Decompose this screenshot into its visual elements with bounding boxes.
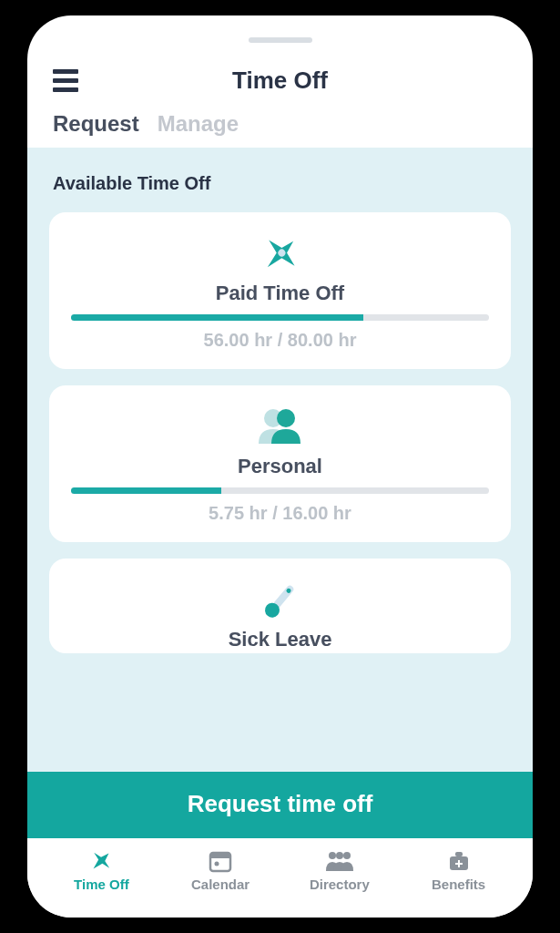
bottom-nav: Time Off Calendar: [27, 838, 533, 918]
nav-directory[interactable]: Directory: [299, 849, 381, 892]
svg-rect-15: [455, 863, 463, 865]
tab-manage[interactable]: Manage: [158, 111, 239, 137]
card-pto-bar-fill: [71, 314, 363, 321]
card-pto[interactable]: Paid Time Off 56.00 hr / 80.00 hr: [49, 212, 511, 369]
content-area: Available Time Off Paid Time Off 56.00 h…: [27, 148, 533, 772]
page-title: Time Off: [53, 67, 507, 95]
card-sick[interactable]: Sick Leave: [49, 559, 511, 653]
card-personal-title: Personal: [238, 455, 322, 478]
svg-point-10: [336, 852, 343, 859]
card-pto-title: Paid Time Off: [216, 282, 344, 305]
card-personal-bar-fill: [71, 487, 221, 494]
nav-directory-label: Directory: [310, 877, 370, 892]
nav-calendar-label: Calendar: [191, 877, 249, 892]
card-personal[interactable]: Personal 5.75 hr / 16.00 hr: [49, 385, 511, 542]
thermometer-icon: [260, 579, 300, 622]
nav-benefits-label: Benefits: [432, 877, 485, 892]
card-sick-title: Sick Leave: [229, 628, 332, 651]
card-personal-hours: 5.75 hr / 16.00 hr: [209, 503, 351, 524]
briefcase-plus-icon: [447, 849, 471, 873]
airplane-icon: [257, 232, 304, 276]
request-time-off-button[interactable]: Request time off: [27, 772, 533, 838]
card-personal-bar: [71, 487, 489, 494]
nav-timeoff[interactable]: Time Off: [60, 849, 142, 892]
section-title: Available Time Off: [53, 173, 511, 194]
people-group-icon: [324, 849, 355, 873]
svg-point-2: [277, 409, 295, 427]
svg-point-8: [215, 862, 219, 866]
calendar-icon: [209, 849, 232, 873]
svg-point-9: [329, 852, 336, 859]
nav-benefits[interactable]: Benefits: [418, 849, 500, 892]
svg-rect-7: [210, 853, 230, 858]
card-pto-bar: [71, 314, 489, 321]
top-tabs: Request Manage: [27, 95, 533, 148]
nav-timeoff-label: Time Off: [74, 877, 129, 892]
card-pto-hours: 56.00 hr / 80.00 hr: [204, 330, 357, 351]
tab-request[interactable]: Request: [53, 111, 139, 137]
app-header: Time Off: [27, 15, 533, 95]
airplane-icon: [88, 849, 114, 873]
svg-point-11: [343, 852, 351, 859]
nav-calendar[interactable]: Calendar: [179, 849, 261, 892]
svg-rect-13: [455, 852, 463, 856]
people-icon: [255, 405, 306, 449]
